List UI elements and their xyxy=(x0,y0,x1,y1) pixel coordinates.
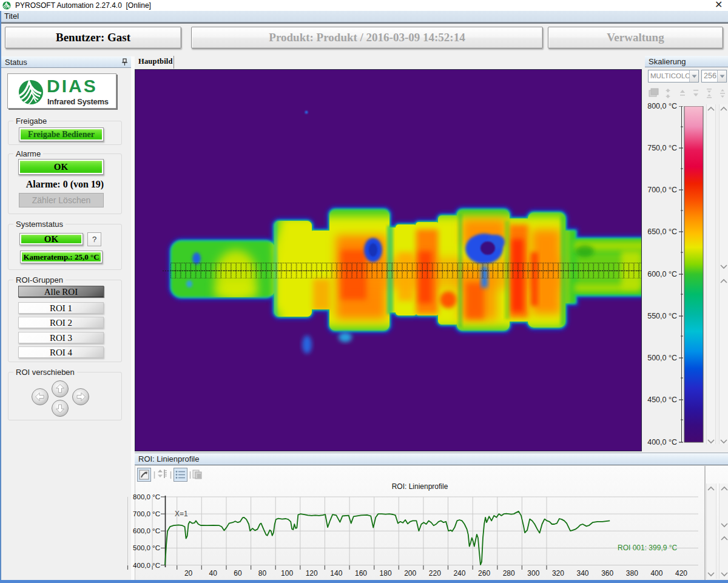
svg-text:400,0 °C: 400,0 °C xyxy=(133,562,160,569)
svg-text:40: 40 xyxy=(209,569,218,578)
svg-text:300: 300 xyxy=(527,569,539,578)
svg-text:200: 200 xyxy=(404,569,416,578)
svg-text:180: 180 xyxy=(380,569,392,578)
svg-text:80: 80 xyxy=(258,569,267,578)
svg-text:220: 220 xyxy=(429,569,441,578)
svg-text:800,0 °C: 800,0 °C xyxy=(133,493,160,500)
svg-text:240: 240 xyxy=(453,569,465,578)
svg-text:X=1: X=1 xyxy=(175,510,188,518)
svg-text:400: 400 xyxy=(650,569,662,578)
svg-text:380: 380 xyxy=(626,569,638,578)
svg-text:340: 340 xyxy=(576,569,588,578)
svg-text:140: 140 xyxy=(330,569,342,578)
svg-text:280: 280 xyxy=(503,569,515,578)
svg-text:100: 100 xyxy=(281,569,293,578)
svg-text:ROI 001: 399,9 °C: ROI 001: 399,9 °C xyxy=(618,544,678,552)
svg-text:360: 360 xyxy=(601,569,613,578)
svg-text:120: 120 xyxy=(306,569,318,578)
svg-text:20: 20 xyxy=(184,569,193,578)
svg-text:ROI: Linienprofile: ROI: Linienprofile xyxy=(392,482,448,491)
svg-text:260: 260 xyxy=(478,569,490,578)
svg-text:600,0 °C: 600,0 °C xyxy=(133,527,160,534)
svg-text:320: 320 xyxy=(552,569,564,578)
svg-text:160: 160 xyxy=(355,569,367,578)
svg-text:60: 60 xyxy=(234,569,242,578)
svg-text:500,0 °C: 500,0 °C xyxy=(133,544,160,551)
svg-text:420: 420 xyxy=(675,569,687,578)
svg-text:700,0 °C: 700,0 °C xyxy=(133,510,160,517)
